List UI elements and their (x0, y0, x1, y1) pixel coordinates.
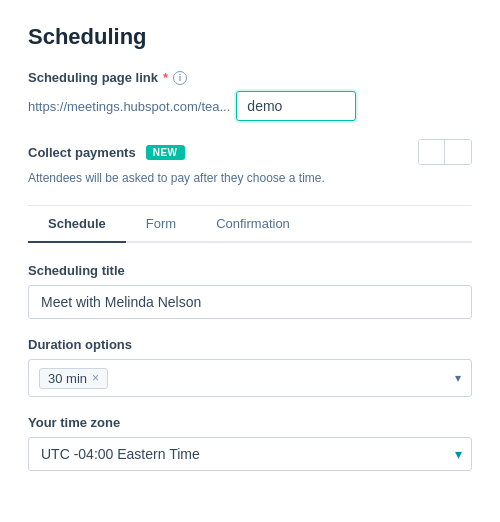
toggle-group[interactable] (418, 139, 472, 165)
scheduling-title-input[interactable] (28, 285, 472, 319)
time-zone-label: Your time zone (28, 415, 472, 430)
duration-dropdown-arrow: ▾ (455, 371, 461, 385)
duration-options-select[interactable]: 30 min × ▾ (28, 359, 472, 397)
scheduling-title-section: Scheduling title (28, 263, 472, 319)
tab-form[interactable]: Form (126, 206, 196, 243)
scheduling-link-label: Scheduling page link * i (28, 70, 472, 85)
collect-payments-row: Collect payments NEW (28, 139, 472, 165)
link-prefix: https://meetings.hubspot.com/tea... (28, 99, 236, 114)
tab-confirmation[interactable]: Confirmation (196, 206, 310, 243)
collect-payments-section: Collect payments NEW Attendees will be a… (28, 139, 472, 185)
duration-options-label: Duration options (28, 337, 472, 352)
remove-duration-tag[interactable]: × (92, 372, 99, 384)
duration-tag: 30 min × (39, 368, 108, 389)
page-title: Scheduling (28, 24, 472, 50)
scheduling-link-row: https://meetings.hubspot.com/tea... (28, 91, 472, 121)
required-indicator: * (163, 70, 168, 85)
time-zone-select[interactable]: UTC -04:00 Eastern Time UTC -05:00 Centr… (28, 437, 472, 471)
scheduling-link-section: Scheduling page link * i https://meeting… (28, 70, 472, 121)
tab-schedule[interactable]: Schedule (28, 206, 126, 243)
collect-payments-note: Attendees will be asked to pay after the… (28, 171, 472, 185)
scheduling-link-input[interactable] (236, 91, 356, 121)
new-badge: NEW (146, 145, 185, 160)
scheduling-title-label: Scheduling title (28, 263, 472, 278)
time-zone-wrapper: UTC -04:00 Eastern Time UTC -05:00 Centr… (28, 437, 472, 471)
toggle-right-button[interactable] (445, 140, 471, 164)
info-icon[interactable]: i (173, 71, 187, 85)
collect-payments-label: Collect payments (28, 145, 136, 160)
toggle-left-button[interactable] (419, 140, 445, 164)
tabs-row: Schedule Form Confirmation (28, 206, 472, 243)
time-zone-section: Your time zone UTC -04:00 Eastern Time U… (28, 415, 472, 471)
duration-options-section: Duration options 30 min × ▾ (28, 337, 472, 397)
